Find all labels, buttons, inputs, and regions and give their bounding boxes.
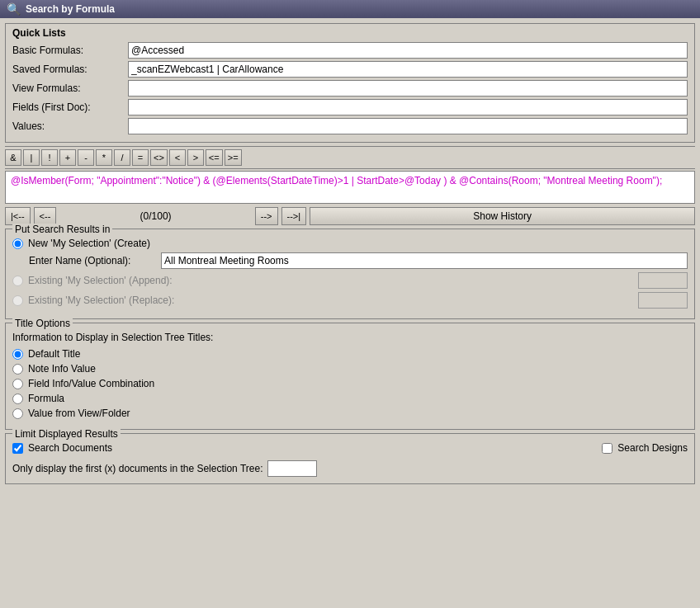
multiply-button[interactable]: *: [96, 149, 112, 166]
basic-formulas-label: Basic Formulas:: [12, 45, 128, 56]
put-search-results-group: Put Search Results in New 'My Selection'…: [5, 229, 695, 319]
basic-formulas-input[interactable]: [128, 42, 688, 59]
pipe-button[interactable]: |: [23, 149, 40, 166]
note-info-label: Note Info Value: [28, 363, 96, 375]
last-nav-button[interactable]: -->|: [281, 207, 307, 225]
main-container: Quick Lists Basic Formulas: Saved Formul…: [0, 18, 700, 608]
next-nav-button[interactable]: -->: [255, 207, 278, 225]
title-bar: 🔍 Search by Formula: [0, 0, 700, 18]
quick-lists-section: Quick Lists Basic Formulas: Saved Formul…: [5, 23, 695, 143]
view-formulas-row: View Formulas:: [12, 80, 688, 97]
value-from-view-label: Value from View/Folder: [28, 408, 130, 419]
values-input[interactable]: [128, 118, 688, 134]
formula-toolbar: & | ! + - * / = <> < > <= >=: [5, 146, 695, 169]
formula-display[interactable]: @IsMember(Form; "Appointment":"Notice") …: [5, 171, 695, 204]
field-info-row: Field Info/Value Combination: [12, 378, 688, 389]
fields-first-doc-input[interactable]: [128, 99, 688, 115]
existing-replace-row: Existing 'My Selection' (Replace):: [12, 292, 688, 309]
navigation-row: |<-- <-- (0/100) --> -->| Show History: [5, 207, 695, 225]
fields-first-doc-label: Fields (First Doc):: [12, 101, 128, 113]
only-display-input[interactable]: [267, 460, 317, 477]
notequals-button[interactable]: <>: [150, 149, 168, 166]
basic-formulas-row: Basic Formulas:: [12, 42, 688, 59]
title-options-title: Title Options: [12, 318, 73, 329]
default-title-row: Default Title: [12, 348, 688, 360]
new-selection-radio[interactable]: [12, 238, 23, 249]
search-documents-checkbox[interactable]: [12, 443, 23, 454]
enter-name-label: Enter Name (Optional):: [29, 255, 161, 266]
not-button[interactable]: !: [41, 149, 58, 166]
plus-button[interactable]: +: [59, 149, 76, 166]
existing-append-row: Existing 'My Selection' (Append):: [12, 272, 688, 289]
enter-name-input[interactable]: [161, 252, 688, 269]
first-nav-button[interactable]: |<--: [5, 207, 31, 225]
nav-count: (0/100): [59, 210, 251, 222]
search-documents-label[interactable]: Search Documents: [28, 442, 112, 454]
new-selection-row: New 'My Selection' (Create): [12, 238, 688, 249]
view-formulas-input[interactable]: [128, 80, 688, 97]
search-designs-label[interactable]: Search Designs: [617, 442, 688, 454]
existing-replace-radio[interactable]: [12, 295, 23, 306]
formula-label: Formula: [28, 393, 64, 404]
enter-name-row: Enter Name (Optional):: [29, 252, 688, 269]
field-info-radio[interactable]: [12, 379, 23, 389]
only-display-row: Only display the first (x) documents in …: [12, 460, 688, 477]
show-history-button[interactable]: Show History: [310, 207, 695, 225]
title-options-group: Title Options Information to Display in …: [5, 323, 695, 430]
new-selection-label[interactable]: New 'My Selection' (Create): [28, 238, 150, 249]
note-info-radio[interactable]: [12, 364, 23, 375]
saved-formulas-row: Saved Formulas:: [12, 61, 688, 78]
quick-lists-title: Quick Lists: [12, 27, 688, 39]
title-options-info: Information to Display in Selection Tree…: [12, 332, 688, 343]
view-formulas-label: View Formulas:: [12, 82, 128, 94]
search-options-row: Search Documents Search Designs: [12, 439, 688, 457]
and-button[interactable]: &: [5, 149, 21, 166]
formula-row: Formula: [12, 393, 688, 404]
existing-replace-label: Existing 'My Selection' (Replace):: [28, 295, 174, 306]
existing-append-radio[interactable]: [12, 276, 23, 286]
values-label: Values:: [12, 120, 128, 132]
greaterequal-button[interactable]: >=: [225, 149, 242, 166]
existing-replace-input[interactable]: [638, 292, 688, 309]
limit-results-group: Limit Displayed Results Search Documents…: [5, 433, 695, 484]
values-row: Values:: [12, 118, 688, 134]
note-info-row: Note Info Value: [12, 363, 688, 375]
lessthan-button[interactable]: <: [169, 149, 186, 166]
value-from-view-radio[interactable]: [12, 408, 23, 419]
divide-button[interactable]: /: [114, 149, 130, 166]
minus-button[interactable]: -: [78, 149, 94, 166]
search-designs-checkbox[interactable]: [602, 443, 612, 454]
prev-nav-button[interactable]: <--: [34, 207, 57, 225]
fields-first-doc-row: Fields (First Doc):: [12, 99, 688, 115]
only-display-text: Only display the first (x) documents in …: [12, 463, 262, 474]
lessequal-button[interactable]: <=: [206, 149, 223, 166]
existing-append-input[interactable]: [638, 272, 688, 289]
formula-radio[interactable]: [12, 394, 23, 404]
saved-formulas-label: Saved Formulas:: [12, 64, 128, 75]
existing-append-label: Existing 'My Selection' (Append):: [28, 275, 173, 286]
limit-results-title: Limit Displayed Results: [12, 428, 121, 440]
title-bar-title: Search by Formula: [26, 3, 115, 15]
saved-formulas-input[interactable]: [128, 61, 688, 78]
formula-text: @IsMember(Form; "Appointment":"Notice") …: [11, 175, 662, 186]
put-search-results-title: Put Search Results in: [12, 224, 112, 235]
field-info-label: Field Info/Value Combination: [28, 378, 154, 389]
default-title-radio[interactable]: [12, 349, 23, 360]
value-from-view-row: Value from View/Folder: [12, 408, 688, 419]
search-documents-row: Search Documents: [12, 442, 112, 454]
greaterthan-button[interactable]: >: [187, 149, 204, 166]
title-bar-icon: 🔍: [7, 2, 21, 16]
equals-button[interactable]: =: [132, 149, 149, 166]
default-title-label: Default Title: [28, 348, 80, 360]
search-designs-row: Search Designs: [602, 442, 688, 454]
